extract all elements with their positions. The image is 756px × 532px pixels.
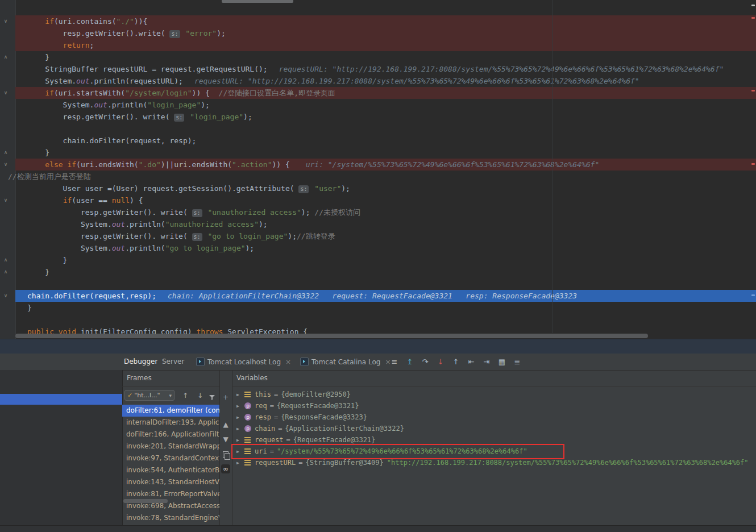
code-line[interactable]: }	[15, 147, 756, 159]
code-line[interactable]: }	[15, 266, 756, 278]
stack-frame-item[interactable]: invoke:97, StandardContext	[122, 452, 219, 464]
code-line[interactable]: }	[15, 51, 756, 63]
scroll-down-icon[interactable]: ▼	[221, 435, 230, 444]
editor-code[interactable]: if(uri.contains("./")){ resp.getWriter()…	[15, 15, 756, 338]
code-line[interactable]: User user =(User) request.getSession().g…	[15, 182, 756, 194]
code-line[interactable]: System.out.println(requestURL);requestUR…	[15, 75, 756, 87]
force-step-into-icon[interactable]: ↓	[436, 358, 445, 366]
code-text: }	[27, 53, 49, 61]
expand-icon[interactable]: ▶	[236, 460, 244, 466]
copy-value-icon[interactable]	[223, 451, 229, 458]
filter-frames-icon[interactable]	[209, 392, 215, 403]
code-line[interactable]: else if(uri.endsWith(".do")||uri.endsWit…	[15, 159, 756, 171]
code-line[interactable]: chain.doFilter(request,resp);chain: Appl…	[15, 290, 756, 302]
evaluate-expression-icon[interactable]: ▦	[497, 358, 506, 366]
close-icon[interactable]: ×	[285, 358, 291, 366]
code-line[interactable]	[15, 278, 756, 290]
stack-frame-item[interactable]: invoke:78, StandardEngineV	[122, 512, 219, 524]
expand-icon[interactable]: ▶	[236, 415, 244, 420]
code-line[interactable]: resp.getWriter(). write( s: "login_page"…	[15, 111, 756, 123]
parameter-icon: p	[244, 414, 251, 421]
code-token	[27, 196, 63, 205]
editor-horizontal-scrollbar[interactable]	[15, 334, 648, 338]
code-line[interactable]: StringBuffer requestURL = request.getReq…	[15, 63, 756, 75]
stack-frame-item[interactable]: invoke:143, StandardHostVal	[122, 476, 219, 488]
run-to-cursor-icon[interactable]: ⇥	[482, 358, 491, 366]
expand-icon[interactable]: ▶	[236, 404, 244, 409]
layout-settings-icon[interactable]: ≣	[513, 358, 522, 366]
code-line[interactable]: }	[15, 254, 756, 266]
code-token: }	[27, 256, 67, 264]
stack-frame-item[interactable]: doFilter:61, demoFilter (com	[122, 405, 219, 417]
next-frame-icon[interactable]: ↓	[195, 390, 205, 401]
ide-window: if(uri.contains("./")){ resp.getWriter()…	[0, 0, 756, 532]
code-line[interactable]: resp.getWriter(). write( s: "go to login…	[15, 230, 756, 242]
step-out-icon[interactable]: ↑	[451, 358, 460, 366]
fold-marker-icon[interactable]: ∧	[2, 53, 10, 61]
code-line[interactable]	[15, 314, 756, 326]
tab-server[interactable]: Server	[162, 354, 184, 370]
code-line[interactable]: if(uri.startsWith("/system/login")) { //…	[15, 87, 756, 99]
parameter-icon: p	[244, 402, 251, 409]
stack-frame-item[interactable]: invoke:81, ErrorReportValve	[122, 488, 219, 500]
drop-frame-icon[interactable]: ⇤	[467, 358, 476, 366]
code-text: resp.getWriter(). write( s: "unauthorize…	[27, 208, 360, 217]
code-token: "/system/login"	[125, 89, 192, 97]
chevron-down-icon: ▾	[169, 393, 172, 398]
fold-marker-icon[interactable]: ∨	[2, 292, 10, 300]
step-over-icon[interactable]: ↷	[421, 358, 430, 366]
mute-renderers-icon[interactable]: ∞	[221, 464, 230, 473]
expand-icon[interactable]: ▶	[236, 449, 244, 454]
tab-tomcat-localhost-log[interactable]: Tomcat Localhost Log ×	[196, 354, 291, 370]
fold-marker-icon[interactable]: ∨	[2, 196, 10, 204]
fold-marker-icon[interactable]: ∧	[2, 256, 10, 264]
expand-icon[interactable]: ▶	[236, 392, 244, 397]
code-line[interactable]: if(user == null) {	[15, 194, 756, 206]
scroll-up-icon[interactable]: ▲	[221, 420, 230, 429]
tab-debugger[interactable]: Debugger	[124, 354, 157, 370]
variable-row[interactable]: ▶request={RequestFacade@3321}	[232, 434, 756, 446]
code-text: StringBuffer requestURL = request.getReq…	[27, 65, 724, 73]
code-line[interactable]: return;	[15, 39, 756, 51]
code-line[interactable]: //检测当前用户是否登陆	[15, 171, 756, 182]
stack-frame-item[interactable]: internalDoFilter:193, Applicat	[122, 417, 219, 429]
code-line[interactable]: if(uri.contains("./")){	[15, 15, 756, 27]
inline-debug-value: requestURL: "http://192.168.199.217:8088…	[279, 65, 724, 73]
fold-marker-icon[interactable]: ∨	[2, 17, 10, 25]
code-text: resp.getWriter(). write( s: "go to login…	[27, 232, 335, 240]
fold-marker-icon[interactable]: ∧	[2, 148, 10, 156]
code-line[interactable]: resp.getWriter().write( s: "error");	[15, 27, 756, 39]
code-line[interactable]: System.out.println("unauthorized access"…	[15, 218, 756, 230]
code-line[interactable]: }	[15, 302, 756, 314]
variable-row[interactable]: ▶requestURL={StringBuffer@3409}"http://1…	[232, 457, 756, 468]
add-watch-icon[interactable]: +	[221, 393, 230, 402]
frames-scrollbar[interactable]	[123, 499, 168, 503]
code-line[interactable]: System.out.println("login_page");	[15, 99, 756, 111]
variable-row[interactable]: ▶preq={RequestFacade@3321}	[232, 400, 756, 412]
thread-selected-row[interactable]	[0, 394, 122, 405]
variable-row[interactable]: ▶pchain={ApplicationFilterChain@3322}	[232, 423, 756, 434]
stack-frame-item[interactable]: invoke:201, StandardWrapp	[122, 440, 219, 452]
expand-icon[interactable]: ▶	[236, 426, 244, 431]
variable-row[interactable]: ▶this={demoFilter@2950}	[232, 389, 756, 400]
view-menu-icon[interactable]: ≡	[390, 358, 399, 366]
variable-reference: {RequestFacade@3321}	[277, 402, 359, 410]
expand-icon[interactable]: ▶	[236, 438, 244, 443]
show-execution-point-icon[interactable]: ↥	[405, 358, 414, 366]
code-editor[interactable]: if(uri.contains("./")){ resp.getWriter()…	[0, 0, 756, 339]
fold-marker-icon[interactable]: ∨	[2, 160, 10, 168]
stack-frame-item[interactable]: invoke:544, AuthenticatorBas	[122, 464, 219, 476]
code-line[interactable]: System.out.println("go to login_page");	[15, 242, 756, 254]
fold-marker-icon[interactable]: ∨	[2, 89, 10, 97]
thread-dropdown[interactable]: ✓ "ht...l..." ▾	[124, 390, 175, 401]
code-line[interactable]: chain.doFilter(request, resp);	[15, 135, 756, 147]
editor-debugger-splitter[interactable]	[0, 339, 756, 354]
fold-marker-icon[interactable]: ∧	[2, 268, 10, 276]
tab-tomcat-catalina-log[interactable]: Tomcat Catalina Log ×	[300, 354, 391, 370]
variable-row[interactable]: ▶uri="/system/%55%73%65%72%49%6e%66%6f%5…	[232, 446, 756, 457]
stack-frame-item[interactable]: doFilter:166, ApplicationFilter	[122, 429, 219, 440]
previous-frame-icon[interactable]: ↑	[180, 390, 190, 401]
variable-row[interactable]: ▶presp={ResponseFacade@3323}	[232, 412, 756, 423]
code-line[interactable]	[15, 123, 756, 135]
code-line[interactable]: resp.getWriter(). write( s: "unauthorize…	[15, 206, 756, 218]
